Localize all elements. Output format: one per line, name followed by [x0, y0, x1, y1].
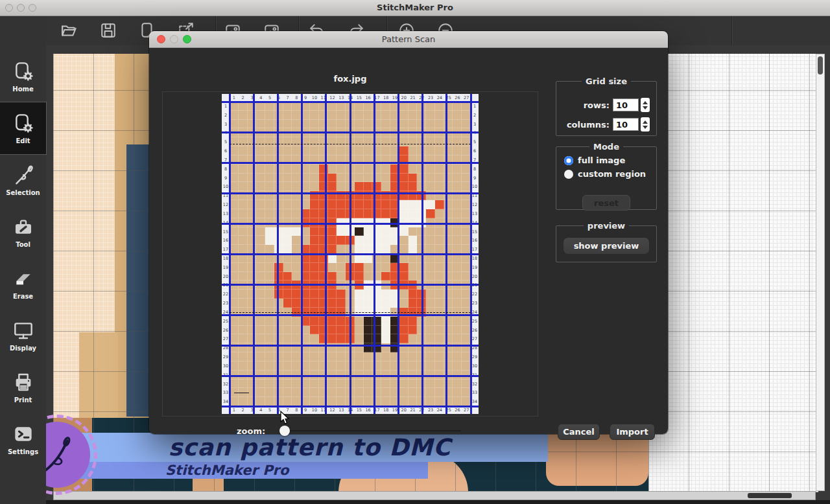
- pattern-cell: [409, 137, 418, 146]
- grid-number: 4: [256, 406, 265, 414]
- sidebar-item-label: Edit: [16, 137, 30, 144]
- sidebar-item-settings[interactable]: Settings: [0, 413, 46, 465]
- open-folder-icon[interactable]: [61, 22, 79, 40]
- pattern-cell: [283, 254, 292, 263]
- dialog-titlebar[interactable]: Pattern Scan: [149, 31, 668, 48]
- save-icon[interactable]: [100, 22, 118, 40]
- sidebar-item-erase[interactable]: Erase: [0, 258, 46, 310]
- zoom-label: zoom:: [237, 426, 265, 436]
- radio-selected-icon[interactable]: [564, 156, 573, 165]
- grid-number: 10: [471, 182, 479, 191]
- sidebar-item-tool[interactable]: Tool: [0, 206, 46, 258]
- sidebar-item-label: Erase: [13, 293, 33, 300]
- pattern-cell: [292, 182, 301, 191]
- import-button[interactable]: Import: [610, 424, 655, 440]
- pattern-cell: [426, 227, 435, 236]
- pattern-cell: [426, 236, 435, 245]
- pattern-cell: [230, 361, 239, 371]
- radio-unselected-icon[interactable]: [564, 170, 573, 179]
- pattern-cell: [328, 137, 337, 146]
- rows-input[interactable]: [613, 98, 639, 111]
- mode-group: Mode full imagecustom region reset: [556, 142, 657, 210]
- pattern-cell: [239, 102, 248, 111]
- pattern-cell: [337, 227, 346, 236]
- pattern-cell: [256, 317, 265, 326]
- pattern-cell: [409, 290, 418, 299]
- pattern-cell: [355, 236, 364, 245]
- pattern-cell: [328, 388, 337, 397]
- pattern-cell: [283, 263, 292, 272]
- pattern-cell: [265, 174, 274, 183]
- grid-number: 30: [471, 361, 479, 371]
- pattern-cell: [230, 317, 239, 326]
- vertical-scrollbar[interactable]: [816, 54, 825, 491]
- pattern-cell: [435, 272, 444, 281]
- pattern-cell: [283, 380, 292, 389]
- grid-number: 29: [471, 352, 479, 361]
- stitch-canvas-blank[interactable]: [648, 54, 818, 492]
- pattern-cell: [364, 361, 373, 371]
- sidebar-item-selection[interactable]: Selection: [0, 154, 46, 206]
- pattern-cell: [435, 254, 444, 263]
- pattern-cell: [381, 102, 390, 111]
- pattern-cell: [409, 326, 418, 335]
- pattern-cell: [381, 272, 390, 281]
- show-preview-button[interactable]: show preview: [563, 237, 650, 255]
- columns-stepper[interactable]: [641, 117, 650, 132]
- pattern-cell: [435, 165, 444, 174]
- pattern-cell: [310, 174, 319, 183]
- pattern-cell: [426, 120, 435, 129]
- zoom-slider[interactable]: [273, 424, 468, 438]
- sidebar-item-print[interactable]: Print: [0, 361, 46, 413]
- pattern-cell: [399, 326, 409, 335]
- zoom-slider-track[interactable]: [285, 430, 461, 431]
- pattern-cell: [310, 290, 319, 299]
- grid-number: 27: [471, 335, 479, 344]
- horizontal-scrollbar[interactable]: [53, 491, 816, 500]
- pattern-cell: [453, 209, 462, 218]
- pattern-cell: [337, 263, 346, 272]
- sidebar-item-display[interactable]: Display: [0, 310, 46, 361]
- sidebar-item-label: Selection: [6, 189, 40, 196]
- grid-number: 19: [471, 263, 479, 272]
- pattern-cell: [409, 361, 418, 371]
- dialog-body: fox.jpg 12345678910111213141516171819202…: [149, 48, 668, 434]
- mode-option-full-image[interactable]: full image: [564, 155, 656, 165]
- vertical-scrollbar-thumb[interactable]: [818, 56, 823, 74]
- grid-number: 32: [471, 380, 479, 389]
- pattern-cell: [310, 361, 319, 371]
- zoom-control: zoom:: [237, 424, 468, 438]
- pattern-cell: [292, 352, 301, 361]
- horizontal-scrollbar-thumb[interactable]: [748, 493, 792, 498]
- mode-option-label: full image: [578, 155, 625, 165]
- pattern-cell: [381, 165, 390, 174]
- rows-stepper[interactable]: [641, 98, 650, 112]
- image-viewport[interactable]: 1234567891011121314151617181920212223242…: [162, 91, 538, 417]
- grid-number: 22: [471, 290, 479, 299]
- mode-option-custom-region[interactable]: custom region: [564, 169, 656, 179]
- pattern-cell: [409, 388, 418, 397]
- pattern-cell: [248, 236, 257, 245]
- columns-input[interactable]: [613, 118, 639, 131]
- pattern-cell: [248, 352, 257, 361]
- pattern-cell: [248, 200, 257, 209]
- promo-subbanner: StitchMaker Pro: [71, 462, 428, 479]
- pattern-cell: [256, 236, 265, 245]
- pattern-cell: [265, 209, 274, 218]
- pattern-cell: [265, 326, 274, 335]
- reset-button[interactable]: reset: [582, 195, 630, 211]
- pattern-cell: [239, 317, 248, 326]
- grid-number: 16: [364, 406, 373, 414]
- pattern-cell: [230, 263, 239, 272]
- sidebar-item-home[interactable]: Home: [0, 51, 46, 102]
- pattern-cell: [328, 111, 337, 120]
- pattern-cell: [283, 272, 292, 281]
- pattern-grid[interactable]: 1234567891011121314151617181920212223242…: [222, 94, 479, 414]
- pattern-cell: [248, 120, 257, 129]
- frame-gear-icon: [12, 112, 35, 134]
- pattern-cell: [355, 227, 364, 236]
- pattern-cell: [426, 102, 435, 111]
- sidebar-item-edit[interactable]: Edit: [0, 102, 46, 154]
- cancel-button[interactable]: Cancel: [558, 424, 600, 440]
- pattern-cell: [364, 102, 373, 111]
